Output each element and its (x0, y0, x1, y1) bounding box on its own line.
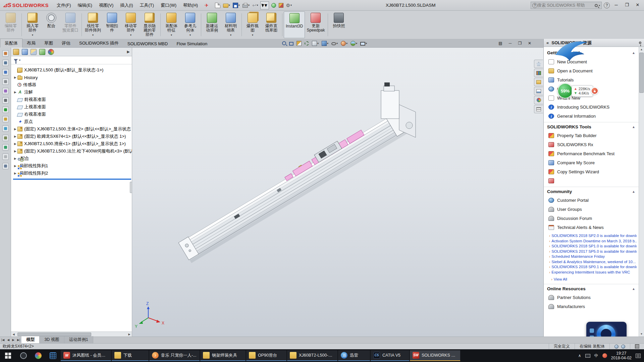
print-button[interactable]: ▾ (241, 1, 251, 9)
tab-assembly[interactable]: 装配体 (0, 39, 22, 48)
save-button[interactable]: ▾ (232, 1, 241, 9)
search-icon[interactable] (595, 4, 598, 7)
view-settings-button[interactable]: ▾ (359, 40, 368, 47)
task-pane-scrollbar[interactable]: ▲ ▼ (639, 47, 644, 337)
explode-line-sketch-button[interactable]: 爆炸直 线草图 (262, 11, 281, 38)
options-button[interactable]: ⚙▾ (285, 1, 293, 9)
getting-started-header[interactable]: Getting Started▲ (544, 48, 639, 57)
menu-window[interactable]: 窗口(W) (157, 0, 180, 11)
menu-view[interactable]: 视图(V) (96, 0, 117, 11)
taskbar-launcher-button[interactable] (31, 349, 46, 362)
view-palette-tab[interactable] (534, 87, 543, 95)
tree-item-top-plane[interactable]: 上视基准面 (12, 103, 132, 111)
taskbar-grid-button[interactable] (46, 349, 60, 362)
doc-minimize-button[interactable]: ─ (507, 41, 514, 46)
introducing-solidworks-link[interactable]: iIntroducing SOLIDWORKS (544, 103, 639, 112)
tab-3d-views[interactable]: 3D 视图 (40, 336, 64, 343)
rotate-view-button[interactable] (304, 40, 310, 47)
left-tool-icon-10[interactable] (2, 135, 9, 141)
copy-settings-wizard-link[interactable]: Copy Settings Wizard (544, 167, 639, 176)
new-document-button[interactable] (214, 1, 221, 9)
dock-pane-button[interactable]: ▤ (497, 41, 504, 46)
taskbar-app-mufeng[interactable]: M沐风图纸 - 会员管... (61, 350, 111, 361)
left-tool-icon-4[interactable] (2, 78, 9, 85)
menu-help[interactable]: 帮助(H) (180, 0, 201, 11)
display-style-button[interactable]: ▾ (321, 40, 329, 47)
tree-item-annotations[interactable]: ▶A注解 (12, 88, 132, 96)
custom-properties-tab[interactable] (534, 105, 543, 113)
tab-mbd[interactable]: SOLIDWORKS MBD (123, 40, 172, 47)
mate-button[interactable]: 配合 (42, 11, 61, 38)
left-tool-icon-13[interactable] (2, 163, 9, 169)
zoom-area-button[interactable] (288, 40, 294, 47)
undo-button[interactable]: ↩▾ (251, 1, 259, 9)
tray-hidden-icons-chevron[interactable]: ∧ (578, 353, 581, 358)
update-speedpak-button[interactable]: 更新 Speedpak (305, 11, 326, 38)
left-tool-icon-11[interactable] (2, 144, 9, 150)
tree-horizontal-scrollbar[interactable]: ◀ ▶ (11, 331, 132, 337)
doc-restore-button[interactable]: ❐ (517, 41, 523, 46)
user-groups-link[interactable]: User Groups (544, 205, 639, 214)
status-icon-2[interactable] (621, 345, 625, 349)
tree-item-origin[interactable]: ⌖原点 (12, 118, 132, 125)
scroll-up-icon[interactable]: ▲ (639, 47, 644, 52)
scroll-down-icon[interactable]: ▼ (639, 331, 644, 337)
menu-edit[interactable]: 编辑(E) (74, 0, 96, 11)
ime-indicator[interactable]: 中 (594, 353, 598, 359)
compare-my-score-link[interactable]: Compare My Score (544, 158, 639, 167)
tab-sketch[interactable]: 草图 (40, 39, 57, 47)
left-tool-icon-7[interactable] (2, 107, 9, 113)
linear-pattern-button[interactable]: 线性零 部件阵列▾ (83, 11, 103, 38)
tree-item-sensors[interactable]: 传感器 (12, 81, 132, 88)
taskbar-app-thunder[interactable]: 迅迅雷 (338, 350, 370, 361)
appearances-tab[interactable] (534, 96, 543, 104)
tree-item-right-plane[interactable]: 右视基准面 (12, 111, 132, 118)
partner-solutions-link[interactable]: Partner Solutions (544, 293, 639, 302)
taskbar-clock[interactable]: 19:27 2018-04-02 (611, 351, 632, 360)
tab-scroll-last-icon[interactable]: ▶| (16, 337, 21, 343)
section-view-button[interactable] (296, 40, 303, 47)
graphics-area[interactable]: Z X Y (132, 48, 543, 337)
network-tray-icon[interactable] (585, 354, 590, 358)
design-library-tab[interactable] (534, 69, 543, 77)
tab-evaluate[interactable]: 评估 (57, 39, 75, 47)
news-link[interactable]: ›Activation System Downtime on March 3, … (549, 239, 637, 244)
tree-root-assembly[interactable]: XJ60BT2.L500 (默认<默认_显示状态-1>) (12, 66, 132, 74)
reference-geometry-button[interactable]: 参考几 何体▾ (181, 11, 200, 38)
left-tool-icon-1[interactable] (2, 50, 9, 57)
community-header[interactable]: Community▲ (544, 187, 639, 196)
taskbar-app-downloads[interactable]: 下载 (112, 350, 149, 361)
taskbar-app-music[interactable]: ♪音乐 只宠你一人-... (149, 350, 200, 361)
news-link[interactable]: ›Siebel & Analytics Maintenance, weekend… (549, 259, 637, 265)
help-search-box[interactable]: ? ▾ (531, 2, 602, 9)
doc-close-button[interactable]: ✕ (526, 41, 533, 46)
tree-item-local-pattern-1[interactable]: ▶局部线性阵列1 (12, 162, 132, 170)
insert-component-button[interactable]: 插入零 部件▾ (23, 11, 42, 38)
tab-model[interactable]: 模型 (21, 336, 40, 343)
taskbar-browser-button[interactable] (16, 349, 31, 362)
minimize-button[interactable]: ─ (612, 2, 621, 9)
news-link[interactable]: ›Scheduled Maintenance Friday (549, 254, 637, 259)
filter-dropdown-icon[interactable]: ▾ (19, 59, 20, 62)
left-tool-icon-12[interactable] (2, 154, 9, 160)
tree-item-front-plane[interactable]: 前视基准面 (12, 96, 132, 103)
filter-funnel-icon[interactable] (14, 59, 18, 62)
scrollbar-thumb[interactable] (639, 53, 644, 93)
feature-tree-tab-icon[interactable] (13, 49, 19, 55)
show-hidden-components-button[interactable]: 显示隐 藏的零 部件 (140, 11, 159, 38)
manufacturers-link[interactable]: Manufacturers (544, 302, 639, 311)
customize-statusbar[interactable] (630, 344, 644, 349)
instant3d-button[interactable]: Instant3D (284, 11, 305, 38)
news-link[interactable]: ›SOLIDWORKS 2018 SP0.1 is available for … (549, 264, 637, 270)
online-resources-header[interactable]: Online Resources▲ (544, 284, 639, 293)
tree-item-component-motor[interactable]: ▶(固定) XJ60BT2.L500.法兰.松下400W伺服电机<3> (默认< (12, 147, 132, 155)
tree-item-component-body[interactable]: ▶(固定) XJ60BT2.L500.主体<2> (默认<<默认>_显示状态 1 (12, 125, 132, 133)
left-tool-icon-5[interactable] (2, 88, 9, 94)
edit-component-button[interactable]: 编辑零 部件 (1, 11, 20, 38)
search-input[interactable] (537, 3, 595, 8)
take-snapshot-button[interactable]: 拍快照 (329, 11, 348, 38)
left-tool-icon-9[interactable] (2, 125, 9, 132)
taskbar-app-xj60-folder[interactable]: XJ60BT2-L500-R3... (287, 350, 337, 361)
rebuild-button[interactable] (270, 1, 277, 9)
performance-benchmark-link[interactable]: Performance Benchmark Test (544, 149, 639, 158)
